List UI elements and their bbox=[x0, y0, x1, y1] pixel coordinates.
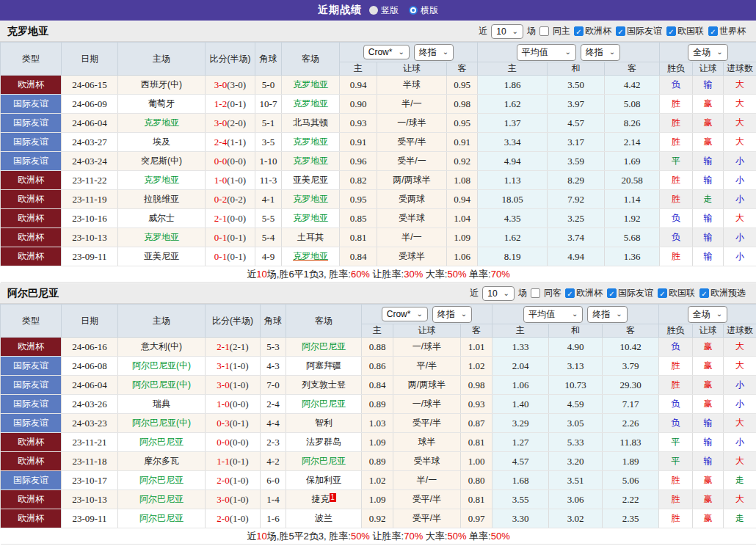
average-stage-select[interactable]: 终指⌄ bbox=[581, 44, 620, 61]
home-team[interactable]: 埃及 bbox=[153, 136, 170, 147]
away-team[interactable]: 阿尔巴尼亚 bbox=[302, 398, 346, 409]
avg-draw-odds: 3.13 bbox=[549, 357, 603, 376]
home-team[interactable]: 阿尔巴尼亚 bbox=[139, 437, 183, 447]
period-select[interactable]: 全场⌄ bbox=[688, 306, 727, 323]
chevron-down-icon: ⌄ bbox=[512, 28, 518, 35]
away-team[interactable]: 阿塞拜疆 bbox=[306, 360, 341, 371]
home-team[interactable]: 阿尔巴尼亚(中) bbox=[132, 360, 191, 371]
handicap-home-odds: 0.90 bbox=[340, 95, 377, 114]
match-row: 国际友谊24-06-08阿尔巴尼亚(中)3-1(1-0)4-3阿塞拜疆0.86平… bbox=[1, 357, 756, 376]
corner-score: 4-9 bbox=[255, 247, 282, 266]
league-checkbox[interactable]: ✓ bbox=[666, 26, 676, 36]
match-row: 欧洲杯23-11-18摩尔多瓦1-1(0-1)4-2阿尔巴尼亚0.89受半球1.… bbox=[1, 452, 756, 471]
avg-home-odds: 2.04 bbox=[493, 357, 549, 376]
home-team[interactable]: 克罗地亚 bbox=[144, 232, 179, 242]
match-row: 国际友谊24-03-23阿尔巴尼亚(中)0-3(0-1)4-4智利1.03受平/… bbox=[1, 414, 756, 433]
full-time-score: 2-0 bbox=[217, 475, 229, 486]
home-team[interactable]: 克罗地亚 bbox=[144, 175, 179, 185]
summary-text: 50% bbox=[491, 531, 510, 542]
league-checkbox[interactable]: ✓ bbox=[699, 288, 709, 298]
home-team[interactable]: 瑞典 bbox=[153, 398, 170, 409]
home-team[interactable]: 阿尔巴尼亚(中) bbox=[132, 379, 191, 390]
home-team[interactable]: 突尼斯(中) bbox=[141, 156, 182, 166]
away-team[interactable]: 土耳其 bbox=[297, 232, 324, 242]
home-team[interactable]: 威尔士 bbox=[148, 213, 175, 223]
league-checkbox[interactable]: ✓ bbox=[616, 26, 625, 36]
home-team[interactable]: 意大利(中) bbox=[141, 341, 182, 352]
radio-icon[interactable] bbox=[369, 6, 378, 15]
average-stage-select[interactable]: 终指⌄ bbox=[587, 306, 627, 323]
away-team[interactable]: 克罗地亚 bbox=[293, 156, 328, 166]
recent-count-select[interactable]: 10⌄ bbox=[491, 24, 523, 39]
away-team[interactable]: 捷克 bbox=[312, 494, 330, 504]
avg-away-odds: 1.69 bbox=[605, 152, 660, 171]
recent-label: 近 bbox=[479, 25, 487, 37]
away-team[interactable]: 克罗地亚 bbox=[293, 79, 328, 90]
away-team[interactable]: 克罗地亚 bbox=[293, 98, 328, 109]
subheader-result-handicap: 让球 bbox=[693, 324, 724, 338]
handicap-home-odds: 0.95 bbox=[340, 190, 377, 209]
away-team[interactable]: 克罗地亚 bbox=[293, 251, 328, 261]
recent-count-select[interactable]: 10⌄ bbox=[482, 286, 515, 301]
league-checkbox[interactable]: ✓ bbox=[708, 26, 718, 36]
subheader-result-wdl: 胜负 bbox=[659, 324, 693, 338]
match-date: 24-06-15 bbox=[62, 76, 118, 95]
away-team[interactable]: 法罗群岛 bbox=[306, 437, 341, 447]
away-team[interactable]: 克罗地亚 bbox=[293, 136, 328, 147]
away-team[interactable]: 智利 bbox=[315, 418, 332, 428]
average-select[interactable]: 平均值 ⌄ bbox=[523, 306, 583, 323]
away-team[interactable]: 亚美尼亚 bbox=[293, 175, 328, 185]
away-team[interactable]: 阿尔巴尼亚 bbox=[302, 341, 346, 352]
home-team[interactable]: 葡萄牙 bbox=[148, 98, 175, 109]
away-team[interactable]: 北马其顿 bbox=[293, 117, 328, 128]
handicap-stage-select[interactable]: 终指⌄ bbox=[414, 44, 454, 61]
away-team[interactable]: 克罗地亚 bbox=[293, 194, 328, 204]
half-time-score: (0-1) bbox=[230, 418, 249, 429]
home-team[interactable]: 克罗地亚 bbox=[144, 117, 179, 128]
home-team[interactable]: 亚美尼亚 bbox=[144, 251, 179, 261]
league-checkbox[interactable]: ✓ bbox=[658, 288, 667, 298]
away-team[interactable]: 克罗地亚 bbox=[293, 213, 328, 223]
bookmaker-select[interactable]: Crow*⌄ bbox=[382, 307, 428, 321]
match-row: 国际友谊23-10-17阿尔巴尼亚2-0(1-0)6-0保加利亚1.02半/一0… bbox=[1, 471, 756, 490]
handicap-away-odds: 0.87 bbox=[461, 414, 493, 433]
handicap-home-odds: 0.91 bbox=[340, 133, 377, 152]
away-team[interactable]: 波兰 bbox=[315, 513, 332, 523]
home-team-cell: 亚美尼亚 bbox=[118, 247, 206, 266]
home-team[interactable]: 阿尔巴尼亚(中) bbox=[132, 418, 191, 428]
bookmaker-select[interactable]: Crow*⌄ bbox=[363, 45, 410, 59]
competition-type: 国际友谊 bbox=[1, 152, 62, 171]
summary-text: 单率: bbox=[466, 531, 490, 542]
handicap-group-header: Crow*⌄ 终指⌄ bbox=[340, 43, 478, 62]
home-team[interactable]: 阿尔巴尼亚 bbox=[139, 475, 183, 485]
home-team[interactable]: 拉脱维亚 bbox=[144, 194, 179, 204]
home-team[interactable]: 西班牙(中) bbox=[141, 79, 182, 90]
radio-icon[interactable] bbox=[409, 6, 418, 15]
home-team[interactable]: 摩尔多瓦 bbox=[144, 456, 179, 466]
vertical-layout-radio[interactable]: 竖版 bbox=[369, 4, 399, 17]
same-venue-checkbox[interactable] bbox=[539, 26, 549, 36]
home-team[interactable]: 阿尔巴尼亚 bbox=[139, 494, 183, 504]
avg-home-odds: 8.19 bbox=[478, 247, 548, 266]
away-team[interactable]: 保加利亚 bbox=[306, 475, 341, 485]
avg-home-odds: 18.05 bbox=[478, 190, 548, 209]
period-select[interactable]: 全场⌄ bbox=[688, 44, 727, 61]
away-team[interactable]: 列支敦士登 bbox=[302, 379, 346, 390]
away-team[interactable]: 阿尔巴尼亚 bbox=[302, 456, 346, 466]
competition-type: 欧洲杯 bbox=[1, 490, 62, 509]
full-time-score: 0-1 bbox=[214, 232, 227, 243]
handicap-stage-select[interactable]: 终指⌄ bbox=[432, 306, 472, 323]
home-team[interactable]: 阿尔巴尼亚 bbox=[139, 513, 183, 523]
horizontal-layout-radio[interactable]: 横版 bbox=[409, 4, 438, 17]
competition-type: 欧洲杯 bbox=[1, 247, 62, 266]
league-checkbox[interactable]: ✓ bbox=[607, 288, 617, 298]
score-cell: 3-0(1-0) bbox=[206, 490, 261, 509]
league-checkbox[interactable]: ✓ bbox=[574, 26, 584, 36]
half-time-score: (0-1) bbox=[227, 232, 246, 243]
games-label: 场 bbox=[527, 25, 536, 37]
corner-score: 11-3 bbox=[255, 171, 282, 190]
league-checkbox[interactable]: ✓ bbox=[565, 288, 575, 298]
home-team-cell: 摩尔多瓦 bbox=[118, 452, 206, 471]
average-select[interactable]: 平均值 ⌄ bbox=[517, 44, 576, 61]
same-venue-checkbox[interactable] bbox=[531, 288, 540, 298]
